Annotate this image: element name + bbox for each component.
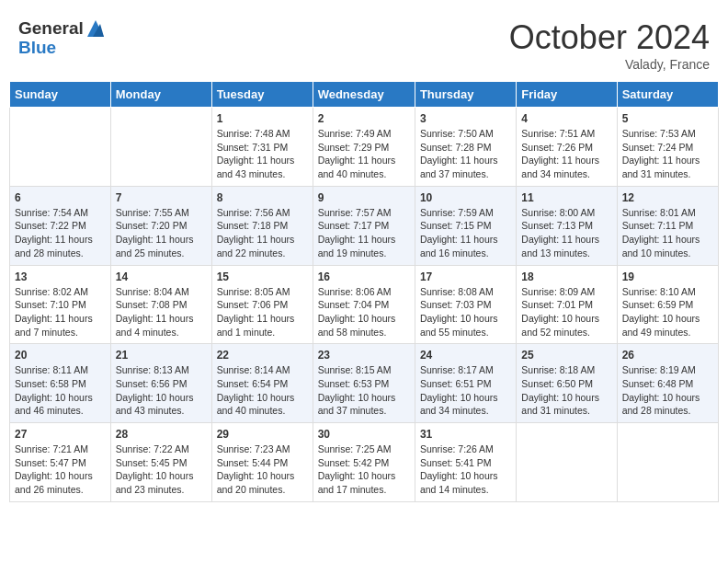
day-info: Sunrise: 8:01 AMSunset: 7:11 PMDaylight:… [622,206,713,260]
table-row: 3Sunrise: 7:50 AMSunset: 7:28 PMDaylight… [415,108,516,187]
calendar-week-row: 6Sunrise: 7:54 AMSunset: 7:22 PMDaylight… [10,186,719,265]
day-number: 2 [318,112,410,125]
table-row: 28Sunrise: 7:22 AMSunset: 5:45 PMDayligh… [110,423,211,502]
day-info: Sunrise: 8:10 AMSunset: 6:59 PMDaylight:… [622,285,713,339]
day-number: 30 [318,428,410,441]
calendar-table: Sunday Monday Tuesday Wednesday Thursday… [9,81,719,502]
table-row: 19Sunrise: 8:10 AMSunset: 6:59 PMDayligh… [617,265,718,344]
day-number: 28 [116,428,207,441]
calendar-week-row: 13Sunrise: 8:02 AMSunset: 7:10 PMDayligh… [10,265,719,344]
day-info: Sunrise: 8:15 AMSunset: 6:53 PMDaylight:… [318,363,410,418]
day-number: 17 [420,270,511,283]
table-row: 29Sunrise: 7:23 AMSunset: 5:44 PMDayligh… [211,423,313,502]
table-row: 4Sunrise: 7:51 AMSunset: 7:26 PMDaylight… [517,108,617,187]
title-area: October 2024 Valady, France [509,18,710,72]
table-row: 31Sunrise: 7:26 AMSunset: 5:41 PMDayligh… [415,423,516,502]
table-row: 16Sunrise: 8:06 AMSunset: 7:04 PMDayligh… [313,265,415,344]
day-info: Sunrise: 7:48 AMSunset: 7:31 PMDaylight:… [217,127,308,181]
month-title: October 2024 [509,18,710,57]
day-number: 24 [420,349,511,362]
table-row: 18Sunrise: 8:09 AMSunset: 7:01 PMDayligh… [517,265,617,344]
header-tuesday: Tuesday [211,82,313,108]
day-info: Sunrise: 7:50 AMSunset: 7:28 PMDaylight:… [420,127,511,181]
table-row: 20Sunrise: 8:11 AMSunset: 6:58 PMDayligh… [10,344,111,423]
table-row [110,108,211,187]
day-info: Sunrise: 8:11 AMSunset: 6:58 PMDaylight:… [15,363,106,418]
day-info: Sunrise: 7:26 AMSunset: 5:41 PMDaylight:… [420,442,511,497]
day-number: 20 [15,349,106,362]
table-row: 21Sunrise: 8:13 AMSunset: 6:56 PMDayligh… [110,344,211,423]
day-info: Sunrise: 7:21 AMSunset: 5:47 PMDaylight:… [15,442,106,497]
calendar-header-row: Sunday Monday Tuesday Wednesday Thursday… [10,82,719,108]
day-info: Sunrise: 7:56 AMSunset: 7:18 PMDaylight:… [217,206,308,260]
day-number: 14 [116,270,207,283]
day-number: 4 [521,112,611,125]
table-row: 11Sunrise: 8:00 AMSunset: 7:13 PMDayligh… [517,186,617,265]
day-info: Sunrise: 7:54 AMSunset: 7:22 PMDaylight:… [15,206,106,260]
day-info: Sunrise: 7:53 AMSunset: 7:24 PMDaylight:… [622,127,713,181]
table-row: 22Sunrise: 8:14 AMSunset: 6:54 PMDayligh… [211,344,313,423]
table-row: 2Sunrise: 7:49 AMSunset: 7:29 PMDaylight… [313,108,415,187]
day-number: 16 [318,270,410,283]
day-info: Sunrise: 7:22 AMSunset: 5:45 PMDaylight:… [116,442,207,497]
day-number: 8 [217,191,308,204]
day-number: 3 [420,112,511,125]
day-info: Sunrise: 8:08 AMSunset: 7:03 PMDaylight:… [420,285,511,339]
day-number: 1 [217,112,308,125]
day-info: Sunrise: 8:13 AMSunset: 6:56 PMDaylight:… [116,363,207,418]
table-row: 14Sunrise: 8:04 AMSunset: 7:08 PMDayligh… [110,265,211,344]
table-row: 23Sunrise: 8:15 AMSunset: 6:53 PMDayligh… [313,344,415,423]
day-info: Sunrise: 8:09 AMSunset: 7:01 PMDaylight:… [521,285,611,339]
day-info: Sunrise: 8:18 AMSunset: 6:50 PMDaylight:… [521,363,611,418]
day-info: Sunrise: 8:06 AMSunset: 7:04 PMDaylight:… [318,285,410,339]
header-thursday: Thursday [415,82,516,108]
day-info: Sunrise: 8:05 AMSunset: 7:06 PMDaylight:… [217,285,308,339]
calendar-week-row: 20Sunrise: 8:11 AMSunset: 6:58 PMDayligh… [10,344,719,423]
table-row: 13Sunrise: 8:02 AMSunset: 7:10 PMDayligh… [10,265,111,344]
table-row: 15Sunrise: 8:05 AMSunset: 7:06 PMDayligh… [211,265,313,344]
day-number: 7 [116,191,207,204]
day-number: 18 [521,270,611,283]
table-row: 5Sunrise: 7:53 AMSunset: 7:24 PMDaylight… [617,108,718,187]
table-row: 9Sunrise: 7:57 AMSunset: 7:17 PMDaylight… [313,186,415,265]
header-monday: Monday [110,82,211,108]
day-info: Sunrise: 7:49 AMSunset: 7:29 PMDaylight:… [318,127,410,181]
header-wednesday: Wednesday [313,82,415,108]
day-info: Sunrise: 7:55 AMSunset: 7:20 PMDaylight:… [116,206,207,260]
location: Valady, France [509,57,710,72]
table-row: 30Sunrise: 7:25 AMSunset: 5:42 PMDayligh… [313,423,415,502]
day-info: Sunrise: 8:02 AMSunset: 7:10 PMDaylight:… [15,285,106,339]
header-saturday: Saturday [617,82,718,108]
logo-icon [85,18,106,39]
day-number: 12 [622,191,713,204]
day-info: Sunrise: 8:04 AMSunset: 7:08 PMDaylight:… [116,285,207,339]
day-number: 21 [116,349,207,362]
header-friday: Friday [517,82,617,108]
day-number: 10 [420,191,511,204]
day-number: 11 [521,191,611,204]
day-info: Sunrise: 8:17 AMSunset: 6:51 PMDaylight:… [420,363,511,418]
table-row [517,423,617,502]
day-info: Sunrise: 7:23 AMSunset: 5:44 PMDaylight:… [217,442,308,497]
table-row [10,108,111,187]
day-number: 13 [15,270,106,283]
day-number: 22 [217,349,308,362]
day-number: 9 [318,191,410,204]
table-row: 12Sunrise: 8:01 AMSunset: 7:11 PMDayligh… [617,186,718,265]
table-row [617,423,718,502]
day-number: 19 [622,270,713,283]
calendar-week-row: 27Sunrise: 7:21 AMSunset: 5:47 PMDayligh… [10,423,719,502]
table-row: 26Sunrise: 8:19 AMSunset: 6:48 PMDayligh… [617,344,718,423]
page-header: General Blue October 2024 Valady, France [9,9,719,76]
table-row: 24Sunrise: 8:17 AMSunset: 6:51 PMDayligh… [415,344,516,423]
day-number: 26 [622,349,713,362]
table-row: 7Sunrise: 7:55 AMSunset: 7:20 PMDaylight… [110,186,211,265]
logo-blue: Blue [18,38,106,58]
table-row: 25Sunrise: 8:18 AMSunset: 6:50 PMDayligh… [517,344,617,423]
day-info: Sunrise: 8:00 AMSunset: 7:13 PMDaylight:… [521,206,611,260]
table-row: 17Sunrise: 8:08 AMSunset: 7:03 PMDayligh… [415,265,516,344]
day-info: Sunrise: 7:57 AMSunset: 7:17 PMDaylight:… [318,206,410,260]
calendar-week-row: 1Sunrise: 7:48 AMSunset: 7:31 PMDaylight… [10,108,719,187]
day-number: 31 [420,428,511,441]
day-number: 6 [15,191,106,204]
